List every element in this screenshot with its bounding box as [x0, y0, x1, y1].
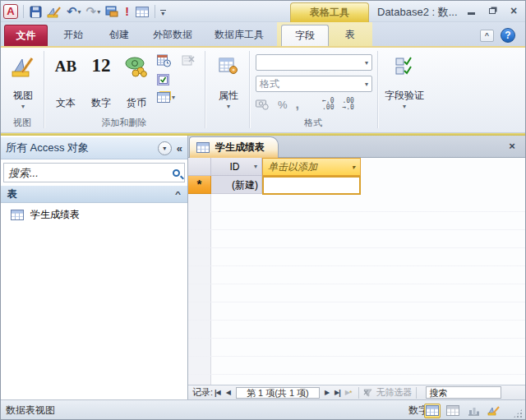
data-type-combo[interactable]: ▾ [256, 54, 372, 71]
tab-file[interactable]: 文件 [4, 25, 48, 46]
minimize-button[interactable] [464, 5, 478, 16]
apply-comma-format-button[interactable]: , [296, 97, 299, 112]
qat-customize-button[interactable]: ▾ [160, 7, 166, 16]
design-view-icon [487, 405, 501, 416]
chevron-down-icon: ▾ [352, 164, 355, 171]
next-record-button[interactable]: ▶ [322, 389, 332, 396]
first-record-button[interactable]: | ◀ [213, 389, 224, 397]
group-label-views: 视图 [1, 117, 44, 129]
delete-button[interactable] [182, 54, 195, 69]
group-divider [205, 51, 205, 128]
nav-pane-menu-button[interactable]: ▾ [158, 141, 172, 155]
increase-decimals-button[interactable]: ←.0 .00 [322, 98, 334, 111]
apply-percent-format-button[interactable]: % [278, 99, 288, 111]
column-header-click-to-add[interactable]: 单击以添加 ▾ [262, 158, 361, 176]
navigation-pane: 所有 Access 对象 ▾ « 表 ^ 学生成绩表 [1, 136, 188, 399]
properties-label: 属性 [219, 89, 238, 103]
comma-icon: , [296, 97, 299, 112]
last-record-button[interactable]: ▶ | [332, 389, 343, 397]
decrease-decimals-bottom: →.0 [342, 104, 353, 111]
more-fields-button[interactable]: ▾ [157, 92, 175, 103]
column-header-id-label: ID [215, 161, 254, 173]
tab-table[interactable]: 表 [331, 25, 369, 46]
document-area: 学生成绩表 × ID ▾ 单击以添加 ▾ * (新建) 记录: | [188, 136, 526, 399]
restore-icon [489, 8, 496, 14]
new-record-selector[interactable]: * [188, 176, 211, 194]
nav-pane-title: 所有 Access 对象 [6, 141, 89, 155]
close-button[interactable]: × [507, 5, 520, 16]
nav-item-student-table[interactable]: 学生成绩表 [1, 206, 187, 224]
nav-pane-header[interactable]: 所有 Access 对象 ▾ « [1, 137, 187, 159]
pivottable-view-icon [446, 405, 459, 416]
properties-button[interactable]: 属性 ▾ [210, 51, 247, 110]
text-field-icon: AB [55, 58, 76, 76]
currency-field-button[interactable]: 货币 [119, 51, 154, 110]
search-icon [173, 169, 180, 177]
asterisk-icon: * [349, 389, 353, 397]
collapse-ribbon-button[interactable]: ^ [480, 30, 494, 42]
resize-grip[interactable] [513, 408, 523, 418]
datasheet-view-icon [426, 405, 439, 416]
access-app-icon[interactable]: A [3, 4, 18, 19]
click-to-add-label: 单击以添加 [268, 160, 352, 174]
datasheet: ID ▾ 单击以添加 ▾ * (新建) [188, 158, 526, 385]
switch-windows-button[interactable] [104, 3, 119, 20]
pivotchart-view-button[interactable] [465, 404, 482, 418]
view-button[interactable]: 视图 ▾ [6, 51, 40, 110]
decrease-decimals-button[interactable]: .00 →.0 [342, 98, 353, 111]
ribbon: 视图 ▾ 视图 AB 文本 12 数字 货币 [1, 46, 525, 133]
run-button[interactable]: ! [122, 3, 132, 20]
datasheet-corner-cell[interactable] [188, 158, 211, 176]
format-combo[interactable]: 格式 ▾ [256, 76, 372, 92]
asterisk-icon: * [197, 177, 202, 191]
currency-field-label: 货币 [127, 96, 146, 110]
nav-section-tables[interactable]: 表 ^ [1, 185, 187, 203]
number-field-button[interactable]: 12 数字 [84, 51, 118, 110]
design-view-button-status[interactable] [486, 404, 502, 418]
properties-icon [218, 56, 239, 77]
chevron-down-icon: ▾ [163, 145, 166, 152]
tab-fields[interactable]: 字段 [281, 25, 329, 46]
tab-home[interactable]: 开始 [52, 25, 95, 46]
undo-button[interactable]: ↶ ▾ [66, 3, 82, 20]
field-validation-button[interactable]: 字段验证 ▾ [381, 51, 428, 110]
date-time-field-button[interactable] [157, 54, 175, 70]
tab-external-data[interactable]: 外部数据 [144, 25, 201, 46]
datasheet-view-icon [11, 54, 35, 79]
tab-database-tools[interactable]: 数据库工具 [205, 25, 274, 46]
yes-no-field-button[interactable] [157, 74, 175, 88]
nav-item-label: 学生成绩表 [30, 208, 80, 222]
design-view-button[interactable] [46, 3, 62, 20]
active-cell[interactable] [262, 176, 361, 195]
undo-icon: ↶ [67, 4, 77, 19]
cell-id-new[interactable]: (新建) [211, 176, 262, 194]
nav-search-box [3, 163, 185, 182]
tab-create[interactable]: 创建 [98, 25, 141, 46]
shutter-bar-close-button[interactable]: « [177, 142, 182, 155]
restore-button[interactable] [486, 5, 499, 16]
previous-record-button[interactable]: ◀ [224, 389, 233, 396]
record-search-input[interactable] [426, 386, 501, 399]
save-icon [30, 6, 42, 18]
text-field-button[interactable]: AB 文本 [48, 51, 83, 110]
no-filter-button[interactable]: 无筛选器 [363, 386, 412, 399]
document-tab-student-table[interactable]: 学生成绩表 [189, 136, 279, 158]
document-close-button[interactable]: × [505, 140, 519, 153]
pivottable-view-button[interactable] [445, 404, 461, 418]
redo-button[interactable]: ↷ ▾ [85, 3, 102, 20]
chevron-down-icon: ▾ [403, 103, 406, 110]
quick-access-toolbar: A ↶ ▾ ↷ ▾ ! [3, 2, 166, 21]
search-input[interactable] [8, 167, 173, 179]
save-button[interactable] [29, 3, 43, 20]
column-header-id[interactable]: ID ▾ [211, 158, 262, 176]
apply-currency-format-button[interactable] [256, 99, 270, 110]
close-icon: × [509, 140, 515, 152]
help-button[interactable]: ? [501, 28, 515, 43]
datasheet-view-button[interactable] [424, 404, 441, 418]
table-button[interactable] [135, 3, 150, 20]
record-position-box[interactable]: 第 1 项(共 1 项) [236, 387, 320, 399]
next-record-icon: ▶ [325, 389, 330, 396]
new-record-button[interactable]: ▶ * [343, 389, 355, 397]
chevron-down-icon: ▾ [161, 12, 164, 16]
increase-decimals-bottom: .00 [322, 104, 334, 111]
